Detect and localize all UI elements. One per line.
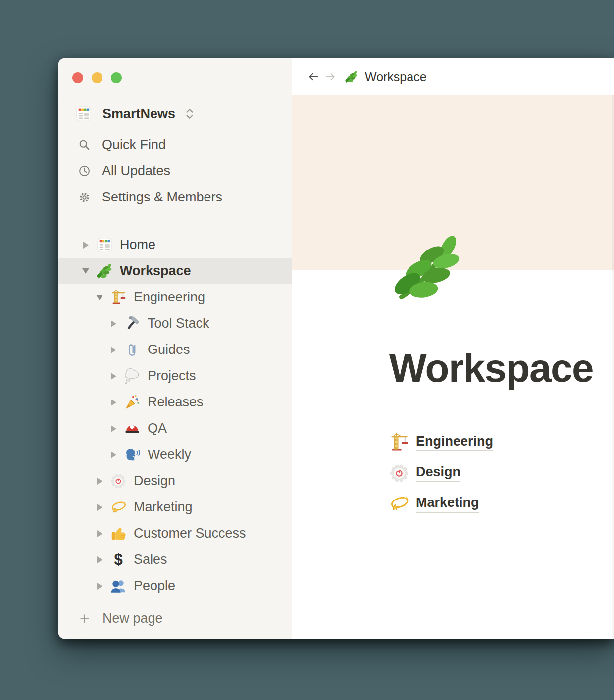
crane-icon xyxy=(110,289,127,306)
gear-icon xyxy=(78,191,91,204)
fish-cake-icon xyxy=(110,473,127,490)
sidebar-menu: Quick Find All Updates Settings & Member… xyxy=(58,132,292,210)
chevron-right-icon[interactable] xyxy=(108,347,119,353)
crane-icon xyxy=(389,432,409,453)
window-right-edge xyxy=(612,95,614,639)
people-icon xyxy=(110,578,127,595)
newspaper-app-icon xyxy=(96,237,113,253)
chevron-right-icon[interactable] xyxy=(108,320,119,327)
sidebar-item-people[interactable]: People xyxy=(58,573,292,599)
back-button[interactable] xyxy=(307,70,320,83)
chevron-right-icon[interactable] xyxy=(108,451,119,458)
sidebar-divider xyxy=(58,599,292,599)
thumbs-up-icon xyxy=(110,525,127,542)
new-page-section: New page xyxy=(58,605,292,632)
workspace-switcher[interactable]: SmartNews xyxy=(75,105,197,122)
page-title[interactable]: Workspace xyxy=(389,346,593,391)
app-window: SmartNews Quick Find All Updates Setting… xyxy=(58,58,614,639)
up-down-chevron-icon xyxy=(182,106,197,121)
workspace-name: SmartNews xyxy=(102,106,175,122)
page-link-engineering[interactable]: Engineering xyxy=(389,427,493,458)
sidebar-item-customer-success[interactable]: Customer Success xyxy=(58,520,292,547)
chevron-down-icon[interactable] xyxy=(94,295,105,300)
speaking-head-icon xyxy=(124,447,141,463)
chevron-right-icon[interactable] xyxy=(94,478,105,485)
dizzy-icon xyxy=(110,499,127,516)
dollar-icon: $ xyxy=(110,551,127,568)
sidebar-item-quick-find[interactable]: Quick Find xyxy=(58,132,292,158)
sidebar-item-guides[interactable]: Guides xyxy=(58,337,292,363)
paperclip-icon xyxy=(124,342,141,358)
page-link-design[interactable]: Design xyxy=(389,458,493,489)
dizzy-icon xyxy=(389,494,409,514)
page-tree: Home Workspace Engineering Tool Stack xyxy=(58,232,292,599)
sidebar-item-settings-members[interactable]: Settings & Members xyxy=(58,184,292,210)
chevron-right-icon[interactable] xyxy=(108,399,119,406)
chevron-right-icon[interactable] xyxy=(94,583,105,590)
chevron-right-icon[interactable] xyxy=(94,530,105,537)
sidebar-item-projects[interactable]: Projects xyxy=(58,363,292,389)
search-icon xyxy=(78,138,91,151)
sidebar-item-qa[interactable]: QA xyxy=(58,415,292,442)
top-bar: Workspace xyxy=(292,58,614,95)
herb-icon xyxy=(345,70,358,84)
chevron-right-icon[interactable] xyxy=(80,242,91,249)
plus-icon xyxy=(78,612,91,625)
sidebar-item-tool-stack[interactable]: Tool Stack xyxy=(58,310,292,337)
sidebar-item-marketing[interactable]: Marketing xyxy=(58,494,292,520)
hammer-icon xyxy=(124,315,141,332)
sidebar: SmartNews Quick Find All Updates Setting… xyxy=(58,58,292,639)
rescue-helmet-icon xyxy=(124,420,141,437)
herb-icon xyxy=(96,263,113,280)
fish-cake-icon xyxy=(389,463,409,484)
new-page-button[interactable]: New page xyxy=(58,605,292,632)
chevron-right-icon[interactable] xyxy=(94,556,105,563)
sidebar-item-weekly[interactable]: Weekly xyxy=(58,442,292,468)
sidebar-item-releases[interactable]: Releases xyxy=(58,389,292,415)
page-link-list: Engineering Design Marketing xyxy=(389,427,493,519)
forward-button[interactable] xyxy=(324,70,337,83)
breadcrumb-page-title[interactable]: Workspace xyxy=(365,70,427,84)
chevron-down-icon[interactable] xyxy=(80,268,91,274)
page-link-marketing[interactable]: Marketing xyxy=(389,489,493,519)
sidebar-item-design[interactable]: Design xyxy=(58,468,292,494)
minimize-button[interactable] xyxy=(92,72,102,83)
page-icon-herb[interactable] xyxy=(391,232,464,305)
close-button[interactable] xyxy=(72,72,83,83)
sidebar-item-sales[interactable]: $ Sales xyxy=(58,547,292,573)
sidebar-item-engineering[interactable]: Engineering xyxy=(58,284,292,310)
sidebar-item-all-updates[interactable]: All Updates xyxy=(58,158,292,184)
sidebar-item-workspace[interactable]: Workspace xyxy=(58,258,292,284)
thought-cloud-icon xyxy=(124,368,141,385)
newspaper-app-icon xyxy=(75,105,92,122)
chevron-right-icon[interactable] xyxy=(108,425,119,432)
window-controls xyxy=(72,72,122,83)
chevron-right-icon[interactable] xyxy=(94,504,105,511)
content-area: Workspace Workspace Engineering Design M… xyxy=(292,58,614,639)
clock-icon xyxy=(78,164,91,178)
zoom-button[interactable] xyxy=(111,72,122,83)
sidebar-item-home[interactable]: Home xyxy=(58,232,292,258)
party-popper-icon xyxy=(124,394,141,411)
chevron-right-icon[interactable] xyxy=(108,373,119,380)
